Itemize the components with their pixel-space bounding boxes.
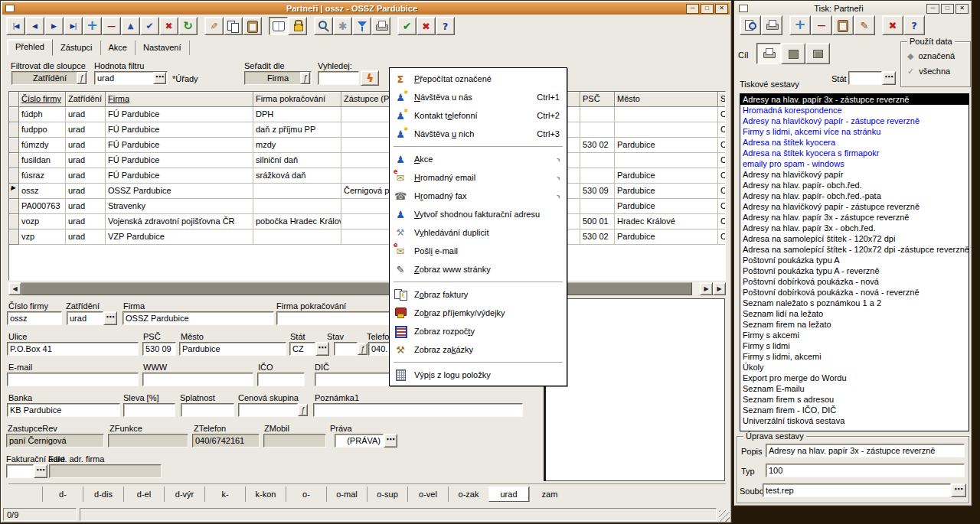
cell-cislo-firmy[interactable]: fudppo <box>19 122 66 138</box>
table-row[interactable]: ▶ vozp urad Vojenská zdravotní pojišťovn… <box>9 214 725 229</box>
row-selector-cell[interactable]: ▶ <box>9 122 19 138</box>
cell-mesto[interactable] <box>615 153 718 168</box>
cell-zatrideni[interactable]: urad <box>66 153 106 168</box>
row-selector-cell[interactable]: ▶ <box>9 153 19 168</box>
menu-item[interactable]: Návštěva u nás Ctrl+1 <box>390 88 566 106</box>
cell-stat[interactable]: C <box>718 153 726 168</box>
table-row[interactable]: ▶ fúsraz urad FÚ Pardubice srážková daň … <box>9 168 725 184</box>
minimize-icon[interactable]: ─ <box>686 4 699 14</box>
menu-item[interactable]: Přepočítat označené <box>390 70 566 88</box>
cell-mesto[interactable]: Pardubice <box>615 184 718 199</box>
main-titlebar[interactable]: Partneři | ossz - OSSZ Pardubice ─ □ ✕ <box>2 2 730 15</box>
cell-zatrideni[interactable]: urad <box>66 107 106 122</box>
report-item[interactable]: Seznam naležato s poznámkou 1 a 2 <box>740 298 969 308</box>
cell-firma[interactable]: FÚ Pardubice <box>106 138 253 153</box>
cell-psc[interactable] <box>580 168 615 184</box>
report-item[interactable]: Poštovní poukázka typu A - reverzně <box>740 265 969 276</box>
bottom-tab[interactable]: o- <box>286 487 326 502</box>
scrollbar-thumb[interactable] <box>21 282 692 295</box>
zatrideni-ellipsis-button[interactable] <box>103 311 117 325</box>
cell-firma-pokracovani[interactable] <box>253 229 341 245</box>
cell-zatrideni[interactable]: urad <box>66 184 106 199</box>
ico-field[interactable] <box>257 373 305 386</box>
cell-psc[interactable]: 530 09 <box>580 184 615 199</box>
report-item[interactable]: Úkoly <box>740 362 969 373</box>
cell-mesto[interactable]: Pardubice <box>615 199 718 214</box>
table-hscrollbar[interactable]: ◀ ▶ ▶ <box>8 282 726 295</box>
row-selector-cell[interactable]: ▶ <box>9 107 19 122</box>
toolbar-button[interactable] <box>854 15 875 35</box>
cell-mesto[interactable]: Pardubice <box>615 168 718 184</box>
cell-firma-pokracovani[interactable] <box>253 184 341 199</box>
cell-cislo-firmy[interactable]: fúsraz <box>19 168 66 184</box>
bottom-tab[interactable]: o-mal <box>326 487 367 502</box>
report-item[interactable]: Firmy s lidmi, akcemi <box>740 351 969 362</box>
toolbar-button[interactable] <box>740 15 761 35</box>
firma-pokracovani-field[interactable] <box>276 311 399 325</box>
cell-stat[interactable]: C <box>718 138 726 153</box>
report-item[interactable]: Seznam firem s adresou <box>740 394 969 405</box>
toolbar-button[interactable] <box>397 17 416 35</box>
cell-firma[interactable]: FÚ Pardubice <box>106 153 253 168</box>
cell-firma[interactable]: Vojenská zdravotní pojišťovna ČR <box>106 214 253 229</box>
cell-firma-pokracovani[interactable] <box>253 199 341 214</box>
maximize-icon[interactable]: □ <box>941 4 954 14</box>
cell-stat[interactable]: C <box>718 229 726 245</box>
bottom-tab[interactable]: o-zak <box>448 487 488 502</box>
report-item[interactable]: Adresa na samolepící štítek - 120x72 dpi… <box>740 244 969 255</box>
tab[interactable]: Přehled <box>7 39 53 56</box>
soubor-field[interactable]: test.rep <box>763 483 951 497</box>
menu-item[interactable]: Hromadný email <box>390 168 566 187</box>
report-item[interactable]: Adresy na hlavičkový papír - zástupce re… <box>740 201 969 212</box>
row-selector-cell[interactable]: ▶ <box>9 184 19 199</box>
cell-mesto[interactable]: Hradec Králové <box>615 214 718 229</box>
report-item[interactable]: Adresy na hlav. papír 3x - obch.řed. <box>740 223 969 233</box>
table-row[interactable]: ▶ fudppo urad FÚ Pardubice daň z příjmu … <box>9 122 725 138</box>
cell-zatrideni[interactable]: urad <box>66 229 106 245</box>
menu-item[interactable]: Vytvoř shodnou fakturační adresu <box>390 205 566 223</box>
cell-firma[interactable]: VZP Pardubice <box>106 229 253 245</box>
bottom-tab[interactable]: o-vel <box>407 487 448 502</box>
report-item[interactable]: Hromadná korespondence <box>740 105 969 116</box>
table-row[interactable]: ▶ fúmzdy urad FÚ Pardubice mzdy 530 02 P… <box>9 138 725 153</box>
column-header[interactable]: Firma pokračování <box>253 92 341 107</box>
cell-firma-pokracovani[interactable]: mzdy <box>253 138 341 153</box>
column-header[interactable]: Město <box>615 92 718 107</box>
cell-firma-pokracovani[interactable]: daň z příjmu PP <box>253 122 341 138</box>
toolbar-button[interactable] <box>811 15 832 35</box>
report-item[interactable]: Adresa na štítek kyocera <box>740 137 969 148</box>
filter-value-ellipsis-button[interactable] <box>153 72 166 84</box>
close-icon[interactable]: ✕ <box>715 4 728 14</box>
cell-mesto[interactable]: Pardubice <box>615 229 718 245</box>
fakturacni-adresa-ellipsis-button[interactable] <box>34 464 47 478</box>
report-item[interactable]: Adresy na hlavičkový papír <box>740 169 969 180</box>
report-item[interactable]: Firmy s akcemi <box>740 330 969 340</box>
target-button[interactable] <box>805 43 830 64</box>
scroll-right2-icon[interactable]: ▶ <box>713 282 726 295</box>
cell-psc[interactable] <box>580 199 615 214</box>
cell-firma[interactable]: FÚ Pardubice <box>106 168 253 184</box>
cell-stat[interactable]: C <box>718 199 726 214</box>
toolbar-button[interactable] <box>121 17 140 35</box>
resize-grip[interactable] <box>719 510 730 522</box>
column-header[interactable]: Zatřídění <box>66 92 106 107</box>
report-item[interactable]: Firmy s lidmi <box>740 340 969 351</box>
cell-firma[interactable]: Stravenky <box>106 199 253 214</box>
toolbar-button[interactable] <box>761 15 782 35</box>
toolbar-button[interactable] <box>83 17 102 35</box>
stav-field[interactable] <box>334 342 358 356</box>
cell-psc[interactable]: 530 02 <box>580 138 615 153</box>
toolbar-button[interactable] <box>832 15 854 35</box>
report-item[interactable]: Univerzální tisková sestava <box>740 415 969 426</box>
toolbar-button[interactable] <box>204 17 224 35</box>
table-row[interactable]: ▶ fusildan urad FÚ Pardubice silniční da… <box>9 153 725 168</box>
cell-cislo-firmy[interactable]: ossz <box>19 184 66 199</box>
scroll-right-icon[interactable]: ▶ <box>700 282 713 295</box>
toolbar-button[interactable] <box>102 17 121 35</box>
toolbar-button[interactable] <box>44 17 64 35</box>
cell-zatrideni[interactable]: urad <box>66 199 106 214</box>
tab[interactable]: Nastavení <box>136 41 190 55</box>
menu-item[interactable]: Zobraz příjemky/výdejky <box>390 304 566 322</box>
report-item[interactable]: Seznam E-mailu <box>740 383 969 394</box>
menu-item[interactable]: Zobraz faktury <box>390 285 566 304</box>
